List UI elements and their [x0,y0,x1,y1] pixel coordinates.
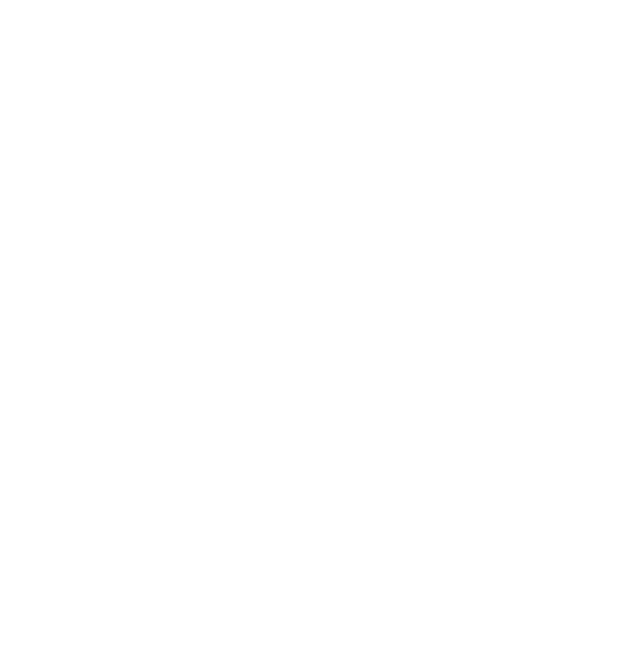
connection-lines [0,0,617,672]
